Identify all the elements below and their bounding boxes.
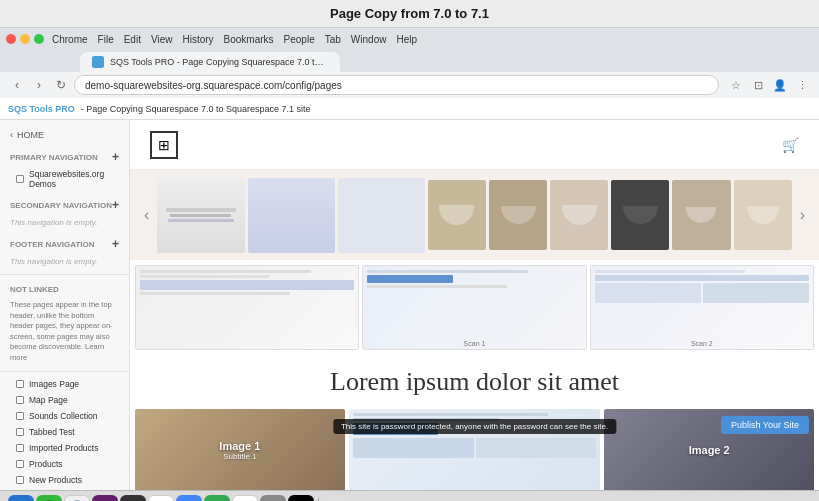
menu-file[interactable]: File xyxy=(98,34,114,45)
item-products: Products xyxy=(29,459,63,469)
sqs-logo: SQS Tools PRO xyxy=(8,104,75,114)
gallery-strip: ‹ xyxy=(130,170,819,260)
window-title: Page Copy from 7.0 to 7.1 xyxy=(330,6,489,21)
site-header: ⊞ 🛒 xyxy=(130,120,819,170)
item-images: Images Page xyxy=(29,379,79,389)
gallery-prev[interactable]: ‹ xyxy=(140,206,153,224)
gallery-bowl-4 xyxy=(611,180,669,250)
sidebar-footer-nav-header: FOOTER NAVIGATION + xyxy=(0,231,129,253)
sidebar-divider xyxy=(0,274,129,275)
not-linked-header: NOT LINKED xyxy=(0,279,129,296)
sidebar-item-tabbed[interactable]: Tabbed Test xyxy=(0,424,129,440)
scan1-label: Scan 1 xyxy=(464,340,486,347)
window-title-bar: Page Copy from 7.0 to 7.1 xyxy=(0,0,819,28)
active-tab[interactable]: SQS Tools PRO - Page Copying Squarespace… xyxy=(80,52,340,72)
primary-nav-add[interactable]: + xyxy=(112,150,119,164)
scan2-label: Scan 2 xyxy=(691,340,713,347)
footer-nav-add[interactable]: + xyxy=(112,237,119,251)
menu-bookmarks[interactable]: Bookmarks xyxy=(224,34,274,45)
sidebar-home[interactable]: ‹ HOME xyxy=(0,126,129,144)
sidebar: ‹ HOME PRIMARY NAVIGATION + Squarewebsit… xyxy=(0,120,130,490)
footer-nav-empty: This navigation is empty. xyxy=(0,253,129,270)
content-area: ⊞ 🛒 ‹ xyxy=(130,120,819,490)
taskbar-app-terminal[interactable]: ›_ xyxy=(288,495,314,502)
site-logo: ⊞ xyxy=(150,131,178,159)
image1-sublabel: Subtitle 1 xyxy=(219,452,260,461)
image1-bg: Image 1 Subtitle 1 xyxy=(135,409,345,490)
taskbar-app-calendar[interactable]: 16 xyxy=(148,495,174,502)
taskbar-app-messages[interactable]: 💬 xyxy=(36,495,62,502)
lorem-section: Lorem ipsum dolor sit amet xyxy=(130,355,819,405)
sidebar-item-images[interactable]: Images Page xyxy=(0,376,129,392)
taskbar-app-trash[interactable]: 🗑 xyxy=(323,495,349,502)
lorem-text: Lorem ipsum dolor sit amet xyxy=(130,367,819,397)
taskbar-app-slack[interactable]: S xyxy=(92,495,118,502)
not-linked-label: NOT LINKED xyxy=(10,285,59,294)
sidebar-item-sounds[interactable]: Sounds Collection xyxy=(0,408,129,424)
taskbar-app-settings[interactable]: ⚙ xyxy=(260,495,286,502)
primary-nav-label: PRIMARY NAVIGATION xyxy=(10,153,98,162)
minimize-dot[interactable] xyxy=(20,34,30,44)
menu-window[interactable]: Window xyxy=(351,34,387,45)
taskbar-app-finder[interactable]: 🌐 xyxy=(8,495,34,502)
menu-history[interactable]: History xyxy=(182,34,213,45)
page-icon-tabbed xyxy=(16,428,24,436)
extensions-icon[interactable]: ⊡ xyxy=(749,76,767,94)
sidebar-divider2 xyxy=(0,371,129,372)
maximize-dot[interactable] xyxy=(34,34,44,44)
screenshot-panel-1 xyxy=(135,265,359,350)
address-bar[interactable]: demo-squarewebsites-org.squarespace.com/… xyxy=(74,75,719,95)
sidebar-item-lazy-sum[interactable]: Lazy Summarizes Page xyxy=(0,488,129,490)
gallery-screenshot-1 xyxy=(157,178,244,253)
profile-icon[interactable]: 👤 xyxy=(771,76,789,94)
site-header-right: 🛒 xyxy=(782,137,799,153)
chrome-menu: Chrome File Edit View History Bookmarks … xyxy=(52,34,417,45)
taskbar-app-chrome[interactable] xyxy=(64,495,90,502)
secondary-nav-empty: This navigation is empty. xyxy=(0,214,129,231)
menu-chrome[interactable]: Chrome xyxy=(52,34,88,45)
taskbar-app-drive[interactable] xyxy=(232,495,258,502)
sidebar-item-demos[interactable]: Squarewebsites.org Demos xyxy=(0,166,129,192)
reload-button[interactable]: ↻ xyxy=(52,76,70,94)
screenshot-panel-mid xyxy=(349,409,601,490)
menu-tab[interactable]: Tab xyxy=(325,34,341,45)
close-dot[interactable] xyxy=(6,34,16,44)
tab-label: SQS Tools PRO - Page Copying Squarespace… xyxy=(110,57,328,67)
secondary-nav-add[interactable]: + xyxy=(112,198,119,212)
sidebar-item-map[interactable]: Map Page xyxy=(0,392,129,408)
menu-help[interactable]: Help xyxy=(396,34,417,45)
back-button[interactable]: ‹ xyxy=(8,76,26,94)
main-area: ‹ HOME PRIMARY NAVIGATION + Squarewebsit… xyxy=(0,120,819,490)
page-icon-map xyxy=(16,396,24,404)
gallery-images xyxy=(157,170,791,260)
bookmark-icon[interactable]: ☆ xyxy=(727,76,745,94)
sidebar-item-imported[interactable]: Imported Products xyxy=(0,440,129,456)
screenshot-panel-3: Scan 2 xyxy=(590,265,814,350)
taskbar-apps: 🌐 💬 S F 16 ✉ 📍 xyxy=(8,495,349,502)
secondary-nav-label: SECONDARY NAVIGATION xyxy=(10,201,112,210)
taskbar-app-mail[interactable]: ✉ xyxy=(176,495,202,502)
chrome-os-bar: Chrome File Edit View History Bookmarks … xyxy=(0,28,819,50)
sidebar-item-products[interactable]: Products xyxy=(0,456,129,472)
taskbar-app-filezilla[interactable]: F xyxy=(120,495,146,502)
more-icon[interactable]: ⋮ xyxy=(793,76,811,94)
item-tabbed: Tabbed Test xyxy=(29,427,75,437)
gallery-next[interactable]: › xyxy=(796,206,809,224)
video-content: ⊞ 🛒 ‹ xyxy=(130,120,819,490)
taskbar-app-maps[interactable]: 📍 xyxy=(204,495,230,502)
page-icon xyxy=(16,175,24,183)
menu-people[interactable]: People xyxy=(284,34,315,45)
sidebar-home-label: HOME xyxy=(17,130,44,140)
menu-edit[interactable]: Edit xyxy=(124,34,141,45)
menu-view[interactable]: View xyxy=(151,34,173,45)
item-new-products: New Products xyxy=(29,475,82,485)
gallery-bowl-3 xyxy=(550,180,608,250)
publish-button[interactable]: Publish Your Site xyxy=(721,416,809,434)
taskbar: 🌐 💬 S F 16 ✉ 📍 xyxy=(0,490,819,501)
gallery-screenshot-3 xyxy=(338,178,425,253)
forward-button[interactable]: › xyxy=(30,76,48,94)
sidebar-item-new-products[interactable]: New Products xyxy=(0,472,129,488)
item-map: Map Page xyxy=(29,395,68,405)
gallery-bowl-2 xyxy=(489,180,547,250)
window-controls[interactable] xyxy=(6,34,44,44)
